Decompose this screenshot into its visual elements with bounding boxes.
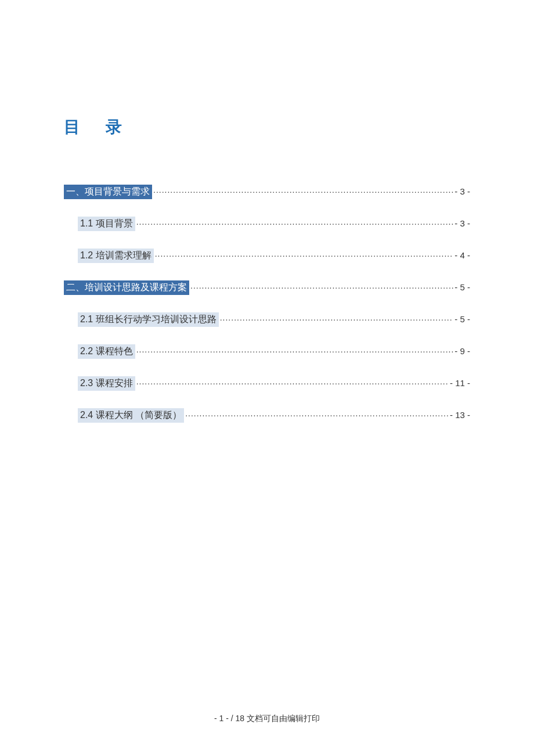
toc-entry-leader — [219, 315, 454, 324]
toc-entry-leader — [135, 347, 454, 356]
toc-entry-label: 2.1 班组长行动学习培训设计思路 — [78, 312, 219, 327]
toc-entry-page: - 3 - — [453, 186, 470, 196]
toc-entry: 2.1 班组长行动学习培训设计思路- 5 - — [64, 312, 470, 327]
toc-entry-label: 2.2 课程特色 — [78, 344, 135, 359]
toc-entries: 一、项目背景与需求- 3 -1.1 项目背景- 3 -1.2 培训需求理解- 4… — [64, 185, 470, 423]
toc-entry-leader — [154, 251, 454, 260]
footer-text: - 1 - / 18 文档可自由编辑打印 — [214, 714, 320, 723]
toc-entry-leader — [135, 219, 454, 228]
toc-entry-label: 1.2 培训需求理解 — [78, 249, 154, 263]
toc-entry-page: - 9 - — [453, 346, 470, 356]
toc-entry-page: - 5 - — [453, 314, 470, 324]
toc-entry-leader — [135, 379, 449, 388]
page-content: 目 录 一、项目背景与需求- 3 -1.1 项目背景- 3 -1.2 培训需求理… — [0, 0, 534, 423]
toc-entry: 二、培训设计思路及课程方案- 5 - — [64, 280, 470, 295]
toc-entry-leader — [189, 283, 453, 292]
toc-entry-label: 二、培训设计思路及课程方案 — [64, 280, 189, 295]
toc-entry-leader — [184, 411, 449, 420]
toc-entry-label: 2.3 课程安排 — [78, 376, 135, 391]
toc-entry-leader — [152, 187, 453, 196]
toc-entry: 2.2 课程特色- 9 - — [64, 344, 470, 359]
toc-entry-label: 一、项目背景与需求 — [64, 185, 152, 199]
toc-entry: 2.3 课程安排- 11 - — [64, 376, 470, 391]
toc-entry-page: - 4 - — [453, 250, 470, 260]
page-footer: - 1 - / 18 文档可自由编辑打印 — [0, 714, 534, 724]
toc-entry: 2.4 课程大纲 （简要版）- 13 - — [64, 408, 470, 423]
toc-entry-page: - 13 - — [449, 410, 470, 420]
toc-entry: 一、项目背景与需求- 3 - — [64, 185, 470, 199]
toc-entry-page: - 11 - — [449, 378, 470, 388]
toc-entry-page: - 5 - — [453, 282, 470, 292]
toc-entry-label: 1.1 项目背景 — [78, 217, 135, 231]
toc-entry: 1.2 培训需求理解- 4 - — [64, 249, 470, 263]
toc-entry-page: - 3 - — [453, 218, 470, 228]
toc-entry-label: 2.4 课程大纲 （简要版） — [78, 408, 184, 423]
toc-entry: 1.1 项目背景- 3 - — [64, 217, 470, 231]
toc-title: 目 录 — [64, 116, 470, 138]
